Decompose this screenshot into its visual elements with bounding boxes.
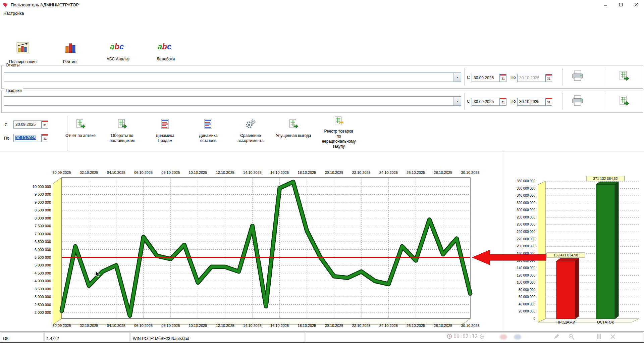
svg-text:02.10.2025: 02.10.2025 bbox=[80, 170, 98, 175]
print-chart-button[interactable] bbox=[571, 95, 584, 107]
pause-icon[interactable] bbox=[596, 334, 602, 340]
calendar-button[interactable]: 31 bbox=[500, 98, 506, 106]
svg-text:16.10.2025: 16.10.2025 bbox=[270, 170, 289, 175]
main-toolbar: Планирование Рейтинг abc АБС Анализ abc … bbox=[0, 17, 644, 62]
svg-text:26.10.2025: 26.10.2025 bbox=[407, 324, 425, 328]
report-button-stock-dynamics[interactable]: Динамика остатков bbox=[188, 118, 228, 143]
maximize-button[interactable] bbox=[613, 0, 629, 9]
report-button-irrational-purchase-registry[interactable]: Реестр товаров по нерациональному закупу bbox=[317, 116, 361, 149]
svg-text:08.10.2025: 08.10.2025 bbox=[161, 324, 180, 328]
svg-text:14.10.2025: 14.10.2025 bbox=[243, 170, 262, 175]
svg-text:40 000 000: 40 000 000 bbox=[519, 302, 535, 306]
report-button-pharmacy[interactable]: Отчет по аптеке bbox=[60, 118, 101, 138]
gear-icon[interactable] bbox=[479, 334, 485, 340]
svg-text:abc: abc bbox=[158, 42, 171, 51]
svg-text:200 000 000: 200 000 000 bbox=[517, 244, 535, 248]
charts-date-to-input[interactable]: 30.10.2025 bbox=[517, 98, 545, 106]
separator bbox=[464, 68, 465, 86]
report-select-combobox[interactable]: ▼ bbox=[4, 72, 461, 82]
threshold-arrow-icon bbox=[472, 248, 547, 268]
toolbar-item-lezheboki[interactable]: abc Лежебоки bbox=[146, 40, 186, 61]
status-cell-version: 1.4.0.2 bbox=[44, 332, 130, 341]
svg-text:16.10.2025: 16.10.2025 bbox=[270, 324, 289, 328]
faded-blue-indicator bbox=[514, 334, 521, 340]
date-to-label: По bbox=[4, 136, 9, 141]
calendar-button[interactable]: 31 bbox=[42, 120, 48, 129]
app-logo-icon bbox=[3, 2, 8, 7]
menu-settings[interactable]: Настройка bbox=[0, 11, 28, 16]
charts-date-from-input[interactable]: 30.09.2025 bbox=[472, 98, 500, 106]
svg-text:5 000 000: 5 000 000 bbox=[35, 263, 51, 267]
svg-text:2 500 000: 2 500 000 bbox=[35, 303, 51, 307]
svg-text:ПРОДАЖИ: ПРОДАЖИ bbox=[556, 320, 575, 324]
report-button-label: Реестр товаров по нерациональному закупу bbox=[322, 129, 356, 149]
chevron-down-icon[interactable]: ▼ bbox=[453, 97, 461, 105]
planning-chart-icon bbox=[15, 40, 30, 56]
report-button-supplier-turnover[interactable]: Обороты по поставщикам bbox=[102, 118, 142, 143]
svg-text:220 000 000: 220 000 000 bbox=[517, 237, 535, 241]
export-excel-button[interactable] bbox=[618, 70, 630, 82]
zoom-out-icon[interactable] bbox=[568, 334, 575, 340]
stock-table-icon bbox=[203, 118, 214, 130]
status-bar: ОК 1.4.0.2 WIN-POTF1M6SF23 Naptsklad bbox=[0, 331, 644, 342]
calendar-button[interactable]: 31 bbox=[545, 98, 552, 106]
report-button-sales-dynamics[interactable]: Динамика Продаж bbox=[145, 118, 185, 143]
mouse-cursor bbox=[95, 271, 100, 279]
separator bbox=[605, 68, 605, 86]
print-icon bbox=[571, 95, 584, 107]
faded-red-indicator bbox=[500, 334, 507, 340]
charts-groupbox-legend: Графики bbox=[4, 88, 23, 93]
chart-select-combobox[interactable]: ▼ bbox=[4, 96, 461, 106]
reports-date-to-input[interactable]: 30.10.2025 bbox=[517, 74, 545, 82]
svg-text:04.10.2025: 04.10.2025 bbox=[107, 324, 125, 328]
svg-text:100 000 000: 100 000 000 bbox=[517, 281, 535, 284]
title-bar: Пользователь АДМИНИСТРАТОР bbox=[0, 0, 644, 9]
calendar-button[interactable]: 31 bbox=[42, 134, 48, 142]
svg-text:2 000 000: 2 000 000 bbox=[35, 310, 51, 314]
export-excel-button[interactable] bbox=[618, 95, 630, 107]
toolbar-item-rating[interactable]: Рейтинг bbox=[50, 40, 91, 64]
svg-text:30.10.2025: 30.10.2025 bbox=[461, 170, 479, 175]
gears-icon bbox=[245, 118, 256, 130]
report-button-assortment-compare[interactable]: Сравнение ассортимента bbox=[230, 118, 271, 143]
minimize-button[interactable] bbox=[598, 0, 613, 9]
reports-date-from-input[interactable]: 30.09.2025 bbox=[472, 74, 500, 82]
svg-text:abc: abc bbox=[110, 42, 124, 51]
chevron-down-icon[interactable]: ▼ bbox=[453, 73, 461, 82]
sales-line-chart: 2 000 0002 500 0003 000 0003 500 0004 00… bbox=[0, 151, 502, 332]
svg-text:380 000 000: 380 000 000 bbox=[517, 179, 535, 183]
svg-text:10 000 000: 10 000 000 bbox=[33, 185, 51, 189]
close-button[interactable] bbox=[629, 0, 644, 9]
svg-text:20.10.2025: 20.10.2025 bbox=[325, 324, 343, 328]
calendar-button[interactable]: 31 bbox=[500, 74, 506, 82]
report-button-lost-profit[interactable]: Упущенная выгода bbox=[273, 118, 314, 138]
date-to-label: По bbox=[511, 75, 516, 80]
rating-bars-icon bbox=[63, 40, 78, 56]
svg-text:12.10.2025: 12.10.2025 bbox=[216, 324, 234, 328]
toolbar-item-planning[interactable]: Планирование bbox=[3, 40, 43, 64]
svg-text:06.10.2025: 06.10.2025 bbox=[134, 324, 153, 328]
selected-text: 30.10.2025 bbox=[15, 136, 36, 140]
svg-text:6 500 000: 6 500 000 bbox=[35, 240, 51, 244]
toolbar-label: Рейтинг bbox=[63, 59, 78, 64]
svg-text:26.10.2025: 26.10.2025 bbox=[407, 170, 425, 175]
date-from-label: С bbox=[467, 99, 470, 104]
svg-text:240 000 000: 240 000 000 bbox=[517, 230, 535, 234]
svg-text:30.10.2025: 30.10.2025 bbox=[461, 324, 479, 328]
svg-text:3 000 000: 3 000 000 bbox=[35, 295, 51, 299]
edit-pencil-icon[interactable] bbox=[553, 334, 559, 340]
side-date-from-input[interactable]: 30.09.2025 bbox=[13, 120, 42, 129]
print-icon bbox=[571, 70, 584, 83]
svg-text:04.10.2025: 04.10.2025 bbox=[107, 170, 125, 175]
report-button-label: Упущенная выгода bbox=[276, 133, 311, 138]
sales-stock-bar-chart: 020 000 00040 000 00060 000 00080 000 00… bbox=[502, 151, 644, 332]
print-report-button[interactable] bbox=[571, 70, 584, 83]
toolbar-item-abc-analysis[interactable]: abc АБС Анализ bbox=[98, 40, 138, 61]
svg-text:24.10.2025: 24.10.2025 bbox=[379, 324, 398, 328]
svg-text:4 500 000: 4 500 000 bbox=[35, 271, 51, 275]
svg-text:22.10.2025: 22.10.2025 bbox=[352, 170, 371, 175]
calendar-button[interactable]: 31 bbox=[545, 74, 552, 82]
toolbar-label: АБС Анализ bbox=[107, 57, 129, 61]
side-date-to-input[interactable]: 30.10.2025 bbox=[13, 134, 42, 142]
close-overlay-icon[interactable] bbox=[610, 334, 616, 340]
